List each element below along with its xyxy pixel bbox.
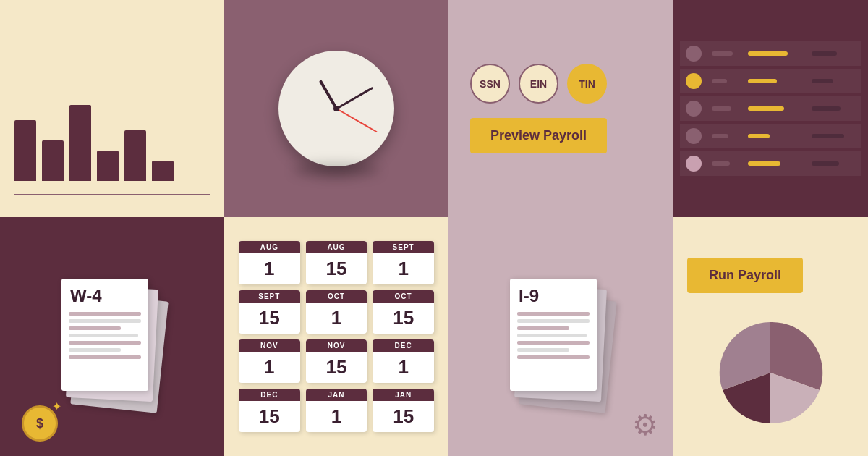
extra-bar (812, 134, 844, 138)
calendar-date: JAN 15 (373, 389, 434, 432)
bar (152, 161, 174, 181)
doc-line (69, 334, 138, 337)
run-payroll-section: Run Payroll (673, 217, 868, 456)
bar (42, 140, 64, 181)
cal-day: 15 (306, 352, 367, 383)
calendar-date: SEPT 15 (239, 290, 300, 334)
cal-day: 1 (239, 352, 300, 383)
pie-chart (712, 315, 828, 431)
cal-month: AUG (239, 241, 300, 253)
calendar-date: OCT 1 (306, 290, 367, 334)
cal-month: NOV (306, 339, 367, 352)
doc-line (517, 334, 587, 337)
doc-line (517, 341, 590, 345)
tax-badges: SSN EIN TIN (470, 64, 607, 104)
salary-bar (748, 161, 780, 166)
cal-day: 15 (239, 303, 300, 334)
calendar-date: JAN 1 (306, 389, 367, 432)
cal-month: JAN (373, 389, 434, 401)
table-row (680, 124, 861, 148)
clock-cell (224, 0, 448, 217)
cal-day: 1 (373, 352, 434, 383)
doc-line (69, 348, 121, 352)
ssn-badge: SSN (470, 64, 510, 104)
tax-ids-container: SSN EIN TIN Preview Payroll (448, 42, 673, 175)
doc-line (517, 355, 590, 359)
avatar (686, 73, 702, 89)
table-row (680, 69, 861, 93)
avatar (686, 156, 702, 172)
run-payroll-cell: Run Payroll (673, 217, 868, 456)
doc-line (517, 319, 590, 323)
cal-month: DEC (373, 339, 434, 352)
name-bar (712, 51, 733, 56)
cal-month: DEC (239, 389, 300, 401)
avatar (686, 128, 702, 144)
doc-line (69, 319, 141, 323)
name-bar (712, 134, 728, 138)
i9-document: I-9 (510, 279, 611, 409)
salary-bar (748, 51, 788, 56)
avatar (686, 46, 702, 62)
cal-month: SEPT (373, 241, 434, 253)
doc-line (517, 348, 569, 352)
cal-month: NOV (239, 339, 300, 352)
extra-bar (812, 161, 839, 166)
doc-line (517, 326, 569, 330)
clock (278, 51, 394, 166)
coin-container: $ ✦ (22, 405, 58, 442)
salary-bar (748, 134, 770, 138)
salary-bar (748, 106, 784, 111)
table-row (680, 96, 861, 121)
bar (14, 120, 36, 181)
coin-symbol: $ (36, 416, 43, 431)
run-payroll-button[interactable]: Run Payroll (687, 258, 803, 293)
i9-title: I-9 (519, 286, 588, 306)
cal-month: OCT (373, 290, 434, 303)
cal-day: 15 (373, 401, 434, 432)
w4-title: W-4 (70, 286, 140, 306)
calendar-date: AUG 15 (306, 241, 367, 284)
extra-bar (812, 79, 833, 83)
doc-line (69, 312, 141, 316)
cal-day: 1 (373, 253, 434, 284)
employee-table (673, 0, 868, 217)
calendar-date: AUG 1 (239, 241, 300, 284)
preview-payroll-button[interactable]: Preview Payroll (470, 118, 607, 153)
cal-month: AUG (306, 241, 367, 253)
name-bar (712, 161, 730, 166)
name-bar (712, 79, 727, 83)
cal-month: SEPT (239, 290, 300, 303)
salary-bar (748, 79, 777, 83)
avatar (686, 101, 702, 117)
bar (124, 130, 146, 181)
tin-badge: TIN (567, 64, 607, 104)
bar-chart-cell (0, 0, 224, 217)
calendar-date: OCT 15 (373, 290, 434, 334)
calendar-date: NOV 1 (239, 339, 300, 383)
employee-table-cell (673, 0, 868, 217)
cal-day: 15 (306, 253, 367, 284)
clock-container (224, 0, 448, 217)
gear-icon: ⚙ (632, 408, 658, 442)
calendar-date: SEPT 1 (373, 241, 434, 284)
doc-page-front: I-9 (510, 279, 597, 391)
clock-shadow (293, 163, 380, 177)
cal-day: 15 (239, 401, 300, 432)
clock-center (333, 106, 339, 111)
bar (69, 105, 91, 181)
cal-month: OCT (306, 290, 367, 303)
w4-document: W-4 (61, 279, 163, 409)
doc-line (69, 326, 121, 330)
pie-chart-container (712, 315, 828, 431)
extra-bar (812, 51, 837, 56)
doc-line (69, 355, 141, 359)
cal-day: 15 (373, 303, 434, 334)
calendar-cell: AUG 1 AUG 15 SEPT 1 SEPT 15 OCT 1 OCT (224, 217, 448, 456)
cal-month: JAN (306, 389, 367, 401)
ein-badge: EIN (519, 64, 558, 104)
doc-page-front: W-4 (61, 279, 148, 391)
extra-bar (812, 106, 841, 111)
name-bar (712, 106, 731, 111)
bar-chart (0, 0, 224, 217)
